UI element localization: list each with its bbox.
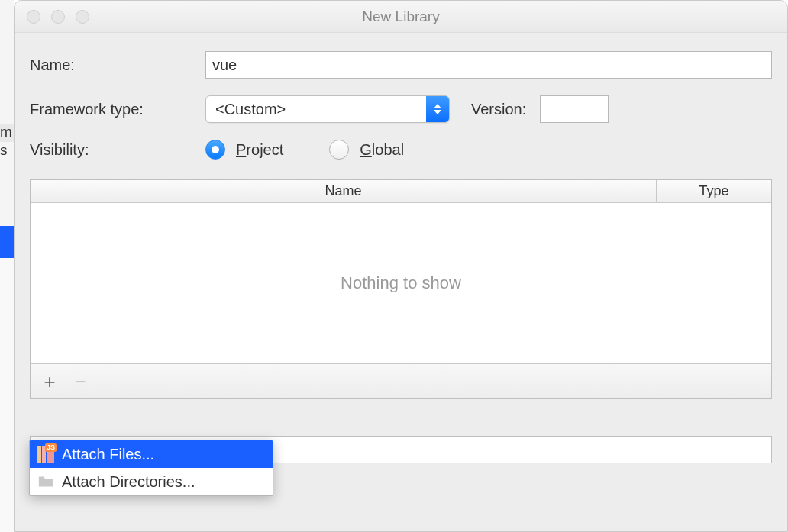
window-controls <box>15 10 89 24</box>
titlebar: New Library <box>15 1 787 33</box>
background-stripe <box>0 258 14 532</box>
table-header: Name Type <box>31 180 771 203</box>
zoom-window-button[interactable] <box>76 10 89 24</box>
empty-state-text: Nothing to show <box>341 273 461 293</box>
name-input[interactable] <box>205 51 772 79</box>
dialog-content: Name: Framework type: <Custom> Version: … <box>15 33 787 463</box>
visibility-radio-group: Project Global <box>205 140 404 160</box>
attach-files-menu-item[interactable]: JS Attach Files... <box>30 440 273 468</box>
attach-directories-menu-item[interactable]: Attach Directories... <box>30 468 273 495</box>
background-stripe <box>0 0 14 124</box>
table-body: Nothing to show <box>31 203 771 363</box>
visibility-project-radio[interactable]: Project <box>205 140 283 160</box>
visibility-global-radio[interactable]: Global <box>329 140 404 160</box>
minimize-window-button[interactable] <box>51 10 65 24</box>
js-files-icon: JS <box>37 446 54 463</box>
menu-item-label: Attach Files... <box>62 446 154 463</box>
column-header-name[interactable]: Name <box>31 180 657 202</box>
framework-row: Framework type: <Custom> Version: <box>30 95 772 123</box>
name-label: Name: <box>30 56 205 74</box>
framework-type-label: Framework type: <box>30 101 205 118</box>
background-stripe-selected <box>0 226 14 258</box>
version-label: Version: <box>471 101 526 118</box>
name-row: Name: <box>30 51 772 79</box>
add-button[interactable]: + <box>41 372 58 392</box>
dropdown-arrows-icon <box>426 96 449 122</box>
folder-icon <box>37 473 54 490</box>
column-header-type[interactable]: Type <box>657 180 771 202</box>
remove-button[interactable]: − <box>72 372 89 392</box>
add-popup-menu: JS Attach Files... Attach Directories... <box>29 440 273 496</box>
framework-type-dropdown[interactable]: <Custom> <box>205 95 450 123</box>
library-files-table: Name Type Nothing to show + − <box>30 179 772 399</box>
framework-type-value: <Custom> <box>206 96 426 122</box>
version-input[interactable] <box>540 95 609 123</box>
visibility-row: Visibility: Project Global <box>30 140 772 160</box>
table-toolbar: + − <box>31 363 771 398</box>
background-stripe: m <box>0 124 14 142</box>
visibility-project-label: Project <box>236 141 283 159</box>
menu-item-label: Attach Directories... <box>62 473 195 491</box>
visibility-global-label: Global <box>360 141 404 159</box>
background-stripe: s <box>0 142 14 226</box>
radio-icon <box>329 140 349 160</box>
window-title: New Library <box>15 8 787 25</box>
radio-icon <box>205 140 225 160</box>
close-window-button[interactable] <box>27 10 40 24</box>
visibility-label: Visibility: <box>30 141 205 159</box>
